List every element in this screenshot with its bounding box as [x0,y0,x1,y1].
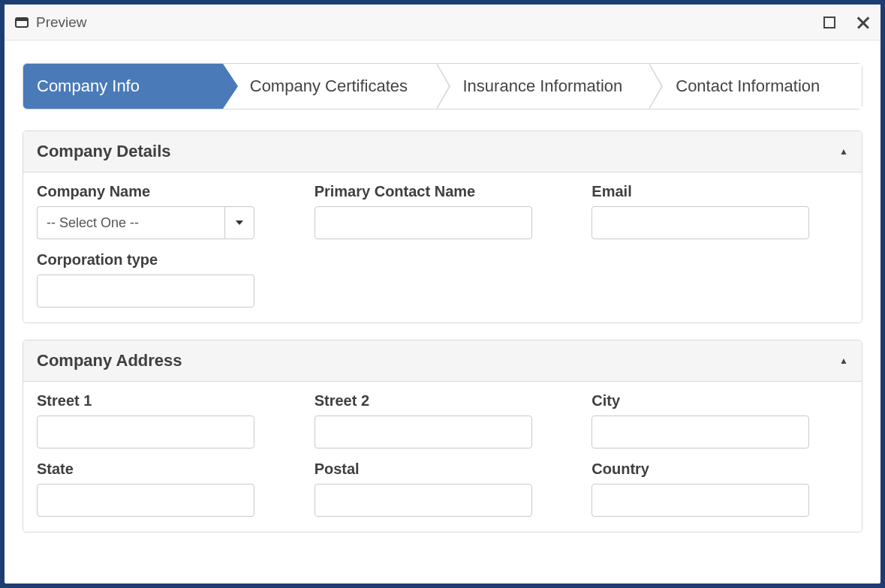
street2-input[interactable] [315,416,532,448]
field-primary-contact: Primary Contact Name [315,183,571,239]
section-body: Street 1 Street 2 City State Postal [23,382,862,532]
window-controls [823,16,870,29]
content-area: Company Info Company Certificates Insura… [5,40,880,572]
field-corporation-type: Corporation type [37,251,293,308]
field-city: City [592,392,848,448]
field-label: Primary Contact Name [315,183,571,200]
city-input[interactable] [592,416,809,448]
section-header[interactable]: Company Address ▲ [23,340,862,382]
state-input[interactable] [37,484,254,517]
street1-input[interactable] [37,416,254,448]
collapse-icon[interactable]: ▲ [839,356,848,366]
field-state: State [37,460,293,517]
field-label: Street 1 [37,392,293,410]
field-company-name: Company Name -- Select One -- [37,183,293,239]
preview-window: Preview Company Info Company Certificate… [5,4,880,584]
field-label: Corporation type [37,251,293,268]
chevron-down-icon [236,220,243,225]
maximize-icon[interactable] [823,16,835,28]
company-name-select[interactable]: -- Select One -- [37,206,254,239]
field-street1: Street 1 [37,392,293,448]
field-label: Company Name [37,183,293,200]
window-icon [15,17,29,28]
select-dropdown-button[interactable] [224,206,254,239]
field-label: State [37,460,293,478]
wizard-step-label: Company Certificates [250,76,408,96]
field-label: Country [592,460,848,478]
wizard-step-company-info[interactable]: Company Info [23,64,223,109]
section-body: Company Name -- Select One -- Primary Co… [23,172,862,322]
window-title: Preview [36,14,823,31]
wizard-nav: Company Info Company Certificates Insura… [23,63,862,110]
postal-input[interactable] [315,484,532,517]
section-title: Company Address [37,351,182,370]
collapse-icon[interactable]: ▲ [839,146,848,157]
wizard-step-label: Contact Information [676,76,820,96]
field-label: City [592,392,848,410]
corporation-type-input[interactable] [37,274,254,308]
section-company-details: Company Details ▲ Company Name -- Select… [23,130,862,323]
email-input[interactable] [592,206,809,239]
field-label: Postal [315,460,571,478]
field-label: Street 2 [315,392,571,410]
wizard-step-insurance-information[interactable]: Insurance Information [436,64,649,109]
section-title: Company Details [37,142,171,161]
field-label: Email [592,183,848,200]
field-postal: Postal [315,460,571,517]
wizard-step-contact-information[interactable]: Contact Information [649,64,862,109]
titlebar: Preview [5,4,880,40]
select-display: -- Select One -- [37,206,224,239]
wizard-step-label: Company Info [37,76,140,96]
field-email: Email [592,183,848,239]
wizard-step-label: Insurance Information [463,76,623,96]
field-country: Country [592,460,848,517]
field-street2: Street 2 [315,392,571,448]
country-input[interactable] [592,484,809,517]
primary-contact-input[interactable] [315,206,532,239]
section-company-address: Company Address ▲ Street 1 Street 2 City… [23,340,862,532]
section-header[interactable]: Company Details ▲ [23,131,862,172]
close-icon[interactable] [856,16,870,29]
wizard-step-company-certificates[interactable]: Company Certificates [223,64,436,109]
